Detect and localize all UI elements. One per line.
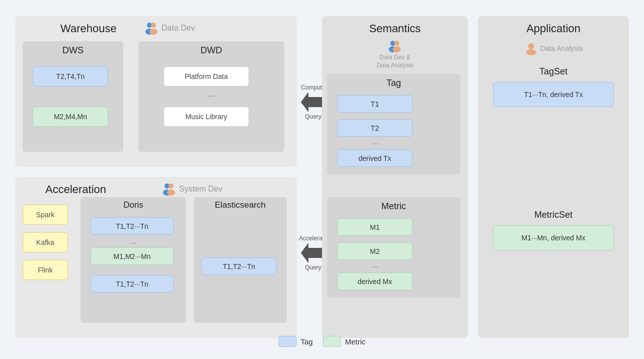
application-person-label: Data Analysis [540, 44, 583, 52]
dws-tag-box: T2,T4,Tn [33, 66, 108, 86]
legend-tag: Tag [278, 336, 312, 347]
metric-section: Metric M1 M2 ··· derived Mx [327, 197, 460, 298]
tag-section: Tag T1 T2 ··· derived Tx [327, 74, 460, 174]
warehouse-person-icon [143, 20, 159, 36]
t1-box: T1 [337, 95, 413, 113]
semantics-panel: Semantics Data Dev & Data Analysis Tag T… [322, 16, 468, 338]
svg-point-25 [151, 23, 156, 28]
derived-mx-box: derived Mx [337, 273, 413, 290]
dwd-panel: DWD Platform Data ··· Music Library [138, 41, 284, 152]
metricset-box: M1···Mn, derived Mx [493, 225, 614, 250]
legend-metric-label: Metric [345, 337, 366, 346]
query-label1: Query [305, 113, 321, 120]
application-title: Application [526, 22, 581, 35]
sem-tag-dots: ··· [337, 139, 413, 147]
derived-tx-box: derived Tx [337, 149, 413, 167]
m1-box: M1 [337, 218, 413, 236]
tagset-container: TagSet T1···Tn, derived Tx [493, 66, 614, 107]
elasticsearch-panel: Elasticsearch T1,T2···Tn [194, 197, 287, 323]
doris-label: Doris [123, 200, 143, 210]
warehouse-title: Warehouse [60, 22, 117, 35]
acceleration-title: Acceleration [45, 183, 106, 196]
doris-dots: ··· [80, 239, 186, 247]
metricset-label: MetricSet [493, 210, 614, 220]
metricset-container: MetricSet M1···Mn, derived Mx [493, 210, 614, 250]
doris-tag-box1: T1,T2···Tn [91, 217, 174, 235]
svg-point-26 [149, 29, 157, 35]
music-library-box: Music Library [164, 107, 249, 127]
acceleration-panel: Acceleration System Dev Spark Kafka Flin… [15, 177, 297, 338]
acceleration-person-icon [161, 181, 177, 197]
query-label2: Query [305, 264, 321, 271]
sem-metric-dots: ··· [337, 262, 413, 271]
dws-metric-box: M2,M4,Mn [33, 107, 108, 127]
doris-tag-box2: T1,T2···Tn [91, 275, 174, 293]
tag-label: Tag [386, 78, 401, 88]
legend: Tag Metric [278, 336, 365, 347]
flink-box: Flink [23, 260, 68, 280]
svg-point-35 [394, 41, 399, 46]
m2-box: M2 [337, 242, 413, 260]
tagset-label: TagSet [493, 66, 614, 77]
svg-point-37 [528, 43, 534, 49]
application-panel: Application Data Analysis TagSet T1···Tn… [478, 16, 629, 338]
doris-metric-box: M1,M2···Mn [91, 247, 174, 265]
legend-metric-box [323, 336, 341, 347]
doris-panel: Doris T1,T2···Tn ··· M1,M2···Mn T1,T2···… [80, 197, 186, 323]
dws-label: DWS [62, 45, 84, 56]
semantics-title: Semantics [369, 22, 421, 35]
legend-tag-box [278, 336, 296, 347]
warehouse-panel: Warehouse Data Dev DWS T2,T4,Tn M2,M4,Mn… [15, 16, 297, 167]
es-tag-box: T1,T2···Tn [201, 257, 277, 275]
diagram: Warehouse Data Dev DWS T2,T4,Tn M2,M4,Mn… [10, 6, 634, 353]
spark-box: Spark [23, 205, 68, 225]
warehouse-person-label: Data Dev [162, 24, 195, 33]
t2-box: T2 [337, 119, 413, 137]
platform-data-box: Platform Data [164, 66, 249, 86]
dws-panel: DWS T2,T4,Tn M2,M4,Mn [23, 41, 123, 152]
semantics-person-icon [387, 39, 403, 53]
elasticsearch-label: Elasticsearch [215, 200, 266, 210]
svg-point-29 [169, 184, 174, 189]
dwd-label: DWD [201, 45, 222, 56]
dwd-dots: ··· [138, 92, 284, 101]
svg-point-30 [167, 190, 175, 196]
acceleration-person-label: System Dev [179, 185, 222, 194]
svg-point-38 [526, 49, 536, 55]
metric-label: Metric [381, 201, 406, 212]
tagset-box: T1···Tn, derived Tx [493, 82, 614, 107]
legend-metric: Metric [323, 336, 366, 347]
semantics-person-label: Data Dev & Data Analysis [377, 54, 414, 69]
svg-point-36 [393, 46, 401, 52]
kafka-box: Kafka [23, 232, 68, 252]
legend-tag-label: Tag [300, 337, 312, 346]
application-person-icon [524, 41, 538, 55]
